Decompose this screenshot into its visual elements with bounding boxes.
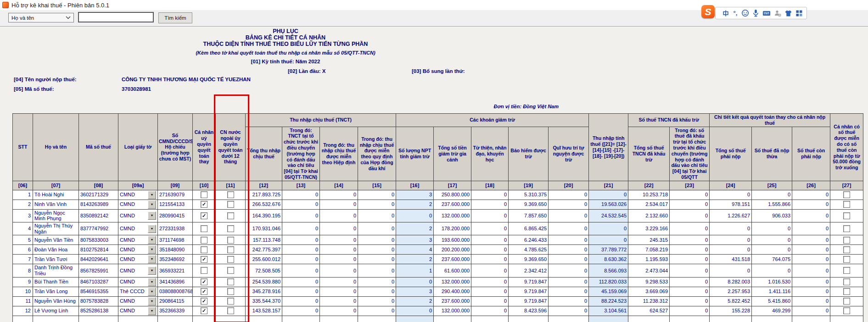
cell-doc_type[interactable]: CMND▼ (118, 209, 158, 222)
cell-v22[interactable]: 9.298.533 (628, 277, 670, 287)
cell-c27[interactable] (830, 190, 863, 200)
cell-v14[interactable]: 0 (320, 264, 358, 277)
checkbox-c27[interactable] (843, 267, 850, 274)
checkbox-c27[interactable] (843, 288, 850, 295)
cell-v26[interactable]: 0 (792, 200, 830, 209)
cell-c10[interactable] (193, 222, 216, 235)
cell-v22[interactable]: 3.669.069 (628, 287, 670, 296)
cell-v19[interactable]: 5.310.375 (509, 190, 549, 200)
cell-name[interactable]: Nguyễn Thị Thúy Ngân (33, 222, 79, 235)
cell-c11[interactable] (216, 277, 246, 287)
cell-mst[interactable]: 8525286138 (79, 306, 118, 316)
cell-v20[interactable]: 0 (549, 245, 589, 255)
combo-arrow-icon[interactable]: ▼ (148, 288, 156, 296)
cell-name[interactable]: Ninh Văn Vinh (33, 200, 79, 209)
cell-doc_no[interactable]: 272331938 (158, 222, 193, 235)
cell-v19[interactable]: 9.719.847 (509, 277, 549, 287)
cell-v15[interactable]: 0 (358, 235, 396, 245)
cell-v22[interactable]: 245.315 (628, 235, 670, 245)
cell-v19[interactable]: 6.865.425 (509, 222, 549, 235)
cell-v23[interactable]: 0 (670, 190, 710, 200)
cell-v17[interactable]: 290.400.000 (434, 287, 471, 296)
checkbox-c27[interactable] (843, 278, 850, 285)
cell-c27[interactable] (830, 255, 863, 264)
cell-v19[interactable]: 2.342.412 (509, 264, 549, 277)
doc-type-combobox[interactable]: CMND▼ (120, 297, 156, 305)
cell-v26[interactable]: 0 (792, 287, 830, 296)
doc-type-combobox[interactable]: CMND▼ (120, 211, 156, 220)
cell-doc_no[interactable]: 271639079 (158, 190, 193, 200)
cell-name[interactable]: Nguyễn Ngọc Minh Phụng (33, 209, 79, 222)
cell-stt[interactable]: 10 (13, 287, 33, 296)
cell-doc_no[interactable]: 365933221 (158, 264, 193, 277)
cell-c11[interactable] (216, 245, 246, 255)
cell-v21[interactable]: 19.563.026 (589, 200, 628, 209)
cell-v12[interactable]: 266.532.676 (246, 200, 282, 209)
cell-stt[interactable]: 5 (13, 235, 33, 245)
cell-v13[interactable]: 0 (282, 245, 320, 255)
cell-v23[interactable]: 0 (670, 287, 710, 296)
cell-v20[interactable]: 0 (549, 235, 589, 245)
cell-doc_type[interactable]: CMND▼ (118, 306, 158, 316)
checkbox-c10[interactable]: ✓ (201, 212, 207, 219)
cell-doc_no[interactable]: 121554133 (158, 200, 193, 209)
cell-v25[interactable]: 0 (752, 235, 792, 245)
cell-v14[interactable]: 0 (320, 209, 358, 222)
cell-v16[interactable]: 3 (396, 235, 434, 245)
cell-v14[interactable]: 0 (320, 277, 358, 287)
checkbox-c10[interactable] (201, 225, 207, 232)
cell-c27[interactable] (830, 306, 863, 316)
cell-v26[interactable]: 0 (792, 264, 830, 277)
cell-v16[interactable]: 0 (396, 306, 434, 316)
cell-doc_no[interactable]: 038088008768 (158, 287, 193, 296)
cell-c10[interactable] (193, 245, 216, 255)
cell-v18[interactable]: 0 (471, 245, 509, 255)
cell-v20[interactable]: 0 (549, 306, 589, 316)
cell-v20[interactable]: 0 (549, 296, 589, 306)
cell-v24[interactable]: 8.282.003 (710, 277, 752, 287)
cell-doc_type[interactable]: CMND▼ (118, 235, 158, 245)
checkbox-c27[interactable] (843, 237, 850, 244)
cell-v13[interactable]: 0 (282, 190, 320, 200)
cell-doc_no[interactable]: 352348692 (158, 255, 193, 264)
cell-v19[interactable]: 9.719.847 (509, 296, 549, 306)
cell-v14[interactable]: 0 (320, 222, 358, 235)
cell-v21[interactable]: 8.566.093 (589, 264, 628, 277)
cell-v26[interactable]: 0 (792, 209, 830, 222)
combo-arrow-icon[interactable]: ▼ (148, 225, 156, 233)
voice-input-icon[interactable] (752, 9, 759, 17)
cell-v13[interactable]: 0 (282, 296, 320, 306)
checkbox-c11[interactable] (227, 307, 234, 314)
combo-arrow-icon[interactable]: ▼ (148, 236, 156, 244)
cell-v21[interactable]: 112.820.033 (589, 277, 628, 287)
cell-v26[interactable]: 0 (792, 245, 830, 255)
cell-v25[interactable]: 0 (752, 245, 792, 255)
cell-v17[interactable]: 132.000.000 (434, 277, 471, 287)
cell-c11[interactable] (216, 296, 246, 306)
doc-type-combobox[interactable]: CMND▼ (120, 225, 156, 233)
cell-v23[interactable]: 0 (670, 296, 710, 306)
cell-v24[interactable]: 431.518 (710, 255, 752, 264)
cell-v21[interactable]: 24.532.545 (589, 209, 628, 222)
cell-v17[interactable]: 250.800.000 (434, 190, 471, 200)
cell-v20[interactable]: 0 (549, 190, 589, 200)
combo-arrow-icon[interactable]: ▼ (148, 307, 156, 315)
cell-v23[interactable]: 0 (670, 222, 710, 235)
doc-type-combobox[interactable]: CMND▼ (120, 236, 156, 244)
cell-v15[interactable]: 0 (358, 190, 396, 200)
cell-name[interactable]: Danh Trịnh Đồng Triều (33, 264, 79, 277)
checkbox-c27[interactable] (843, 225, 850, 232)
chinese-english-toggle-icon[interactable] (722, 9, 729, 17)
cell-v14[interactable]: 0 (320, 287, 358, 296)
cell-mst[interactable]: 3602171329 (79, 190, 118, 200)
checkbox-c27[interactable] (843, 212, 850, 219)
cell-name[interactable]: Trần Văn Tươi (33, 255, 79, 264)
cell-v16[interactable]: 2 (396, 255, 434, 264)
cell-v12[interactable]: 143.528.157 (246, 306, 282, 316)
cell-v16[interactable]: 1 (396, 264, 434, 277)
cell-doc_type[interactable]: CMND▼ (118, 264, 158, 277)
cell-v24[interactable]: 978.151 (710, 200, 752, 209)
cell-stt[interactable]: 6 (13, 245, 33, 255)
cell-v24[interactable]: 0 (710, 235, 752, 245)
cell-v18[interactable]: 0 (471, 306, 509, 316)
